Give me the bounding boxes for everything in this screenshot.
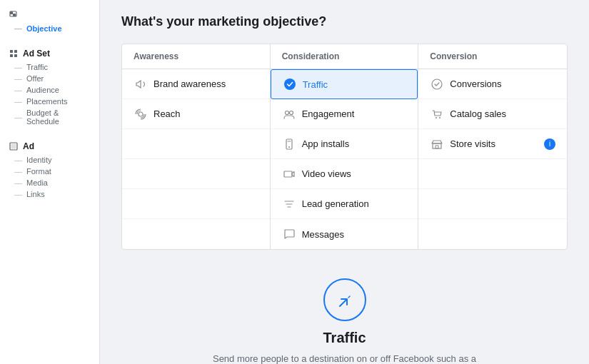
sidebar-adset-label: Ad Set <box>23 49 50 59</box>
svg-rect-6 <box>14 54 17 57</box>
store-visits-icon <box>430 137 444 151</box>
svg-rect-8 <box>11 144 16 149</box>
page-title: What's your marketing objective? <box>121 14 568 29</box>
traffic-label: Traffic <box>303 79 328 90</box>
obj-engagement[interactable]: Engagement <box>271 99 418 129</box>
engagement-label: Engagement <box>302 108 355 119</box>
sidebar-item-placements[interactable]: Placements <box>0 96 99 107</box>
traffic-section: Traffic Send more people to a destinatio… <box>121 271 568 364</box>
awareness-column: Brand awareness Reach <box>122 69 271 249</box>
sidebar-item-objective[interactable]: Objective <box>0 23 99 34</box>
svg-point-14 <box>288 146 290 148</box>
obj-messages[interactable]: Messages <box>271 219 418 249</box>
traffic-title: Traffic <box>121 330 568 346</box>
catalog-sales-icon <box>430 107 444 121</box>
obj-store-visits[interactable]: Store visits i <box>418 129 567 159</box>
svg-point-18 <box>439 117 441 118</box>
svg-rect-20 <box>436 146 438 148</box>
grid-icon <box>9 49 19 59</box>
sidebar-item-budget[interactable]: Budget & Schedule <box>0 107 99 127</box>
obj-catalog-sales[interactable]: Catalog sales <box>418 99 567 129</box>
conversions-icon <box>430 77 444 91</box>
header-conversion: Conversion <box>418 44 567 69</box>
awareness-empty-3 <box>122 189 270 219</box>
svg-rect-3 <box>10 50 13 53</box>
video-views-label: Video views <box>302 168 351 179</box>
sidebar-section-ad: Ad Identity Format Media Links <box>0 138 99 200</box>
consideration-column: Traffic Engagement <box>271 69 419 249</box>
header-awareness: Awareness <box>122 44 271 69</box>
sidebar-objective-header <box>0 7 99 23</box>
sidebar: Objective Ad Set Traffic Offer Audience … <box>0 0 100 364</box>
lead-gen-icon <box>282 197 296 211</box>
svg-point-10 <box>284 79 296 90</box>
sidebar-item-format[interactable]: Format <box>0 166 99 177</box>
svg-rect-1 <box>10 11 13 14</box>
obj-video-views[interactable]: Video views <box>271 159 418 189</box>
awareness-empty-1 <box>122 129 270 159</box>
sidebar-section-objective: Objective <box>0 7 99 34</box>
traffic-check-icon <box>283 77 297 91</box>
sidebar-section-adset: Ad Set Traffic Offer Audience Placements… <box>0 46 99 127</box>
sidebar-item-links[interactable]: Links <box>0 188 99 200</box>
header-consideration: Consideration <box>271 44 419 69</box>
obj-traffic[interactable]: Traffic <box>271 69 418 99</box>
sidebar-item-identity[interactable]: Identity <box>0 154 99 166</box>
app-installs-label: App installs <box>302 138 349 149</box>
sidebar-item-media[interactable]: Media <box>0 177 99 188</box>
sidebar-ad-header: Ad <box>0 138 99 154</box>
main-content: What's your marketing objective? Awarene… <box>100 0 589 364</box>
conversion-empty-2 <box>418 189 567 219</box>
svg-point-12 <box>289 111 293 114</box>
awareness-empty-2 <box>122 159 270 189</box>
traffic-description: Send more people to a destination on or … <box>202 352 488 364</box>
store-visits-label: Store visits <box>450 138 495 149</box>
sidebar-item-offer[interactable]: Offer <box>0 73 99 84</box>
megaphone-icon <box>134 77 148 91</box>
app-installs-icon <box>282 137 296 151</box>
reach-icon <box>134 107 148 121</box>
svg-rect-15 <box>284 171 292 177</box>
reach-label: Reach <box>153 108 181 119</box>
sidebar-item-audience[interactable]: Audience <box>0 84 99 96</box>
objectives-body: Brand awareness Reach <box>122 69 567 249</box>
svg-rect-4 <box>14 50 17 53</box>
video-views-icon <box>282 167 296 181</box>
ad-icon <box>9 141 19 151</box>
catalog-sales-label: Catalog sales <box>450 108 506 119</box>
obj-lead-generation[interactable]: Lead generation <box>271 189 418 219</box>
objectives-header: Awareness Consideration Conversion <box>122 44 567 69</box>
flag-icon <box>9 10 19 20</box>
conversion-empty-3 <box>418 219 567 249</box>
svg-rect-2 <box>13 14 16 16</box>
obj-conversions[interactable]: Conversions <box>418 69 567 99</box>
obj-app-installs[interactable]: App installs <box>271 129 418 159</box>
awareness-empty-4 <box>122 219 270 249</box>
svg-rect-5 <box>10 54 13 57</box>
lead-generation-label: Lead generation <box>302 198 369 209</box>
conversion-column: Conversions Catalog sales <box>418 69 567 249</box>
messages-icon <box>282 227 296 241</box>
svg-point-11 <box>285 111 288 114</box>
conversion-empty-1 <box>418 159 567 189</box>
objectives-table: Awareness Consideration Conversion Bra <box>121 44 568 250</box>
sidebar-adset-header: Ad Set <box>0 46 99 61</box>
svg-point-16 <box>432 79 442 89</box>
store-visits-info-icon[interactable]: i <box>544 138 555 150</box>
obj-reach[interactable]: Reach <box>122 99 270 129</box>
svg-point-17 <box>436 117 437 118</box>
sidebar-item-traffic[interactable]: Traffic <box>0 61 99 73</box>
traffic-icon-circle <box>323 278 366 321</box>
engagement-icon <box>282 107 296 121</box>
conversions-label: Conversions <box>450 79 501 89</box>
svg-point-9 <box>139 112 143 116</box>
obj-brand-awareness[interactable]: Brand awareness <box>122 69 270 99</box>
brand-awareness-label: Brand awareness <box>153 79 226 89</box>
messages-label: Messages <box>302 229 344 240</box>
sidebar-ad-label: Ad <box>23 141 34 151</box>
